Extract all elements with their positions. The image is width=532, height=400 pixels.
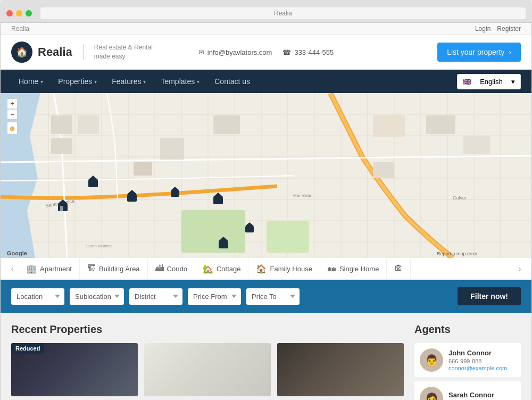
list-property-button[interactable]: List your property › [437, 43, 521, 62]
price-from-select[interactable]: Price From [188, 288, 241, 305]
street-view-button[interactable]: ☻ [7, 122, 18, 135]
nav-templates[interactable]: Templates ▾ [153, 70, 207, 93]
header-contact: ✉ info@byaviators.com ☎ 333-444-555 [181, 48, 351, 56]
property-image-2 [144, 343, 271, 396]
nav-features[interactable]: Features ▾ [104, 70, 153, 93]
minimize-button[interactable] [16, 10, 22, 16]
flag-icon: 🇬🇧 [463, 78, 471, 86]
cat-condo-label: Condo [167, 265, 187, 273]
language-selector[interactable]: 🇬🇧 English ▾ [457, 74, 521, 89]
svg-text:Culver: Culver [453, 195, 467, 201]
svg-rect-31 [160, 138, 184, 160]
nav-properties[interactable]: Properties ▾ [51, 70, 104, 93]
property-card-1[interactable]: Reduced [11, 343, 138, 396]
svg-rect-53 [213, 197, 223, 204]
zoom-out-button[interactable]: − [7, 109, 18, 120]
cat-prev-arrow[interactable]: ‹ [6, 258, 19, 279]
svg-rect-57 [245, 226, 254, 232]
brand-name: Realia [11, 25, 29, 32]
cat-condo[interactable]: 🏙 Condo [148, 259, 195, 279]
cat-next-arrow[interactable]: › [513, 258, 526, 279]
price-to-select[interactable]: Price To [246, 288, 300, 305]
agent-info-1: John Connor 666-999-888 connor@example.c… [448, 349, 516, 371]
property-image-1: Reduced [11, 343, 138, 396]
email-icon: ✉ [198, 48, 204, 56]
building-area-icon: 🏗 [87, 264, 96, 273]
cat-apartment-label: Apartment [40, 265, 72, 273]
svg-rect-51 [171, 190, 179, 197]
svg-rect-33 [373, 115, 405, 137]
location-select[interactable]: Location [11, 288, 64, 305]
family-house-icon: 🏠 [256, 264, 267, 274]
nav-items: Home ▾ Properties ▾ Features ▾ Templates… [11, 70, 457, 93]
top-bar-links: Login Register [475, 25, 521, 32]
nav-contact[interactable]: Contact us [207, 70, 257, 93]
cat-family-house[interactable]: 🏠 Family House [248, 259, 320, 279]
cat-single-home-label: Single Home [339, 265, 379, 273]
recent-properties-title: Recent Properties [11, 323, 404, 336]
agent-phone-1: 666-999-888 [448, 358, 516, 364]
header-cta: List your property › [351, 43, 521, 62]
main-nav: Home ▾ Properties ▾ Features ▾ Templates… [1, 70, 531, 93]
category-bar: ‹ 🏢 Apartment 🏗 Building Area 🏙 Condo 🏡 … [1, 258, 531, 280]
nav-properties-chevron: ▾ [94, 79, 97, 85]
agent-card-2[interactable]: 👩 Sarah Connor 222-333-444 [414, 381, 521, 400]
nav-features-chevron: ▾ [143, 79, 146, 85]
svg-rect-55 [219, 241, 228, 248]
cottage-icon: 🏡 [203, 264, 213, 274]
filter-now-button[interactable]: Filter now! [458, 287, 521, 305]
agent-avatar-1: 👨 [420, 348, 443, 372]
close-button[interactable] [6, 10, 13, 16]
nav-home[interactable]: Home ▾ [11, 70, 51, 93]
maximize-button[interactable] [26, 10, 32, 16]
property-card-2[interactable] [144, 343, 271, 396]
sublocation-select[interactable]: Sublocation [70, 288, 124, 305]
agents-section: Agents 👨 John Connor 666-999-888 connor@… [414, 323, 521, 400]
nav-properties-label: Properties [58, 77, 92, 86]
lang-chevron-icon: ▾ [511, 78, 515, 86]
nav-features-label: Features [112, 77, 141, 86]
logo-tagline: Real estate & Rental made easy [94, 43, 153, 61]
agent-name-1: John Connor [448, 349, 516, 357]
svg-rect-35 [463, 136, 490, 154]
condo-icon: 🏙 [155, 264, 164, 273]
category-items: 🏢 Apartment 🏗 Building Area 🏙 Condo 🏡 Co… [19, 259, 513, 279]
login-link[interactable]: Login [475, 25, 491, 32]
main-window: Realia Login Register 🏠 Realia Real esta… [0, 22, 532, 400]
svg-rect-28 [78, 115, 99, 134]
logo-area: 🏠 Realia Real estate & Rental made easy [11, 41, 181, 63]
cat-cottage-label: Cottage [217, 265, 241, 273]
cat-cottage[interactable]: 🏡 Cottage [195, 259, 249, 279]
cat-apartment[interactable]: 🏢 Apartment [19, 259, 80, 279]
email-value: info@byaviators.com [207, 48, 272, 56]
email-contact: ✉ info@byaviators.com [198, 48, 272, 56]
zoom-in-button[interactable]: + [7, 98, 18, 109]
property-image-3 [277, 343, 404, 396]
cat-single-home[interactable]: 🏘 Single Home [320, 259, 387, 279]
svg-rect-49 [127, 194, 137, 202]
svg-text:Santa Monica: Santa Monica [86, 244, 112, 248]
url-bar[interactable]: Realia [40, 7, 526, 19]
svg-text:Report a map error: Report a map error [437, 251, 477, 256]
cat-more[interactable]: 🏚 [387, 259, 411, 279]
svg-rect-36 [373, 162, 394, 178]
apartment-icon: 🏢 [26, 264, 37, 274]
agent-email-1[interactable]: connor@example.com [448, 365, 516, 371]
cat-building-area[interactable]: 🏗 Building Area [80, 259, 148, 279]
agent-card-1[interactable]: 👨 John Connor 666-999-888 connor@example… [414, 343, 521, 377]
property-card-3[interactable] [277, 343, 404, 396]
cat-building-area-label: Building Area [99, 265, 140, 273]
reduced-badge: Reduced [11, 343, 44, 354]
district-select[interactable]: District [129, 288, 182, 305]
nav-contact-label: Contact us [214, 77, 250, 86]
register-link[interactable]: Register [497, 25, 521, 32]
svg-rect-27 [51, 115, 72, 134]
map-svg: Santa Monica Santa Monica Mar Vista Culv… [1, 93, 531, 258]
svg-rect-30 [134, 162, 152, 176]
logo-text: Realia [38, 45, 72, 59]
svg-rect-47 [88, 180, 98, 187]
svg-rect-38 [267, 221, 309, 253]
svg-rect-46 [60, 206, 63, 211]
content-area: Recent Properties Reduced Agents [1, 313, 531, 400]
window-controls: Realia [6, 4, 526, 22]
